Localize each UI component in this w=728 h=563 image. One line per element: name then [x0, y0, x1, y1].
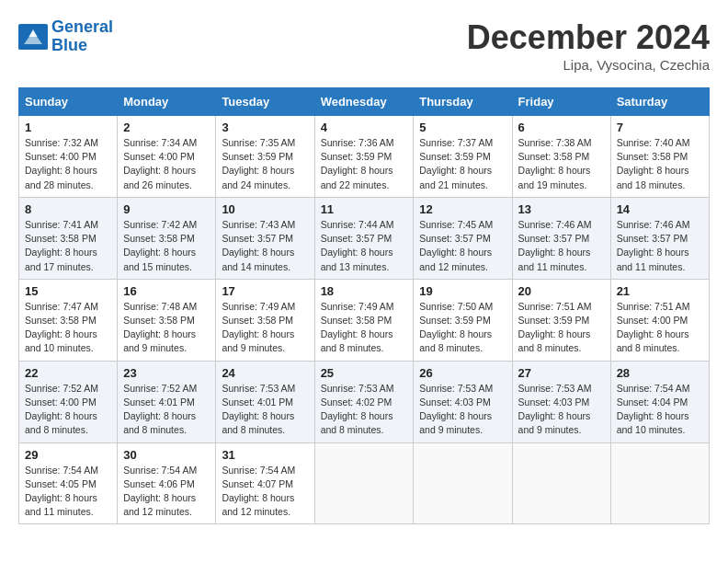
calendar-cell: 13Sunrise: 7:46 AM Sunset: 3:57 PM Dayli…: [512, 197, 610, 279]
col-header-monday: Monday: [118, 88, 216, 116]
day-number: 18: [321, 284, 408, 298]
day-number: 31: [222, 448, 308, 462]
day-info: Sunrise: 7:50 AM Sunset: 3:59 PM Dayligh…: [419, 300, 506, 356]
day-info: Sunrise: 7:36 AM Sunset: 3:59 PM Dayligh…: [321, 136, 408, 192]
day-number: 23: [123, 366, 210, 380]
day-info: Sunrise: 7:47 AM Sunset: 3:58 PM Dayligh…: [25, 300, 111, 356]
calendar-week-row: 1Sunrise: 7:32 AM Sunset: 4:00 PM Daylig…: [19, 116, 710, 198]
calendar-cell: 14Sunrise: 7:46 AM Sunset: 3:57 PM Dayli…: [610, 197, 709, 279]
logo-icon: [18, 24, 48, 50]
day-info: Sunrise: 7:41 AM Sunset: 3:58 PM Dayligh…: [25, 218, 111, 274]
page-header: General Blue December 2024 Lipa, Vysocin…: [18, 18, 710, 73]
col-header-wednesday: Wednesday: [314, 88, 414, 116]
day-info: Sunrise: 7:53 AM Sunset: 4:03 PM Dayligh…: [518, 382, 605, 438]
day-number: 5: [419, 121, 506, 134]
title-block: December 2024 Lipa, Vysocina, Czechia: [467, 18, 710, 73]
calendar-cell: 3Sunrise: 7:35 AM Sunset: 3:59 PM Daylig…: [216, 116, 314, 198]
day-number: 9: [123, 202, 210, 216]
calendar-header-row: SundayMondayTuesdayWednesdayThursdayFrid…: [19, 88, 710, 116]
day-number: 1: [25, 121, 111, 134]
calendar-cell: 18Sunrise: 7:49 AM Sunset: 3:58 PM Dayli…: [314, 279, 414, 361]
day-number: 12: [419, 202, 506, 216]
day-number: 29: [25, 448, 111, 462]
calendar-cell: 8Sunrise: 7:41 AM Sunset: 3:58 PM Daylig…: [19, 197, 118, 279]
calendar-cell: 27Sunrise: 7:53 AM Sunset: 4:03 PM Dayli…: [512, 361, 610, 442]
day-number: 16: [123, 284, 210, 298]
calendar-cell: 9Sunrise: 7:42 AM Sunset: 3:58 PM Daylig…: [118, 197, 216, 279]
col-header-thursday: Thursday: [414, 88, 512, 116]
calendar-week-row: 22Sunrise: 7:52 AM Sunset: 4:00 PM Dayli…: [19, 361, 710, 442]
day-info: Sunrise: 7:46 AM Sunset: 3:57 PM Dayligh…: [617, 218, 703, 274]
day-info: Sunrise: 7:52 AM Sunset: 4:00 PM Dayligh…: [25, 382, 111, 438]
calendar-cell: 26Sunrise: 7:53 AM Sunset: 4:03 PM Dayli…: [414, 361, 512, 442]
calendar-cell: 28Sunrise: 7:54 AM Sunset: 4:04 PM Dayli…: [610, 361, 709, 442]
calendar-cell: 10Sunrise: 7:43 AM Sunset: 3:57 PM Dayli…: [216, 197, 314, 279]
calendar-cell: 12Sunrise: 7:45 AM Sunset: 3:57 PM Dayli…: [414, 197, 512, 279]
calendar-cell: 31Sunrise: 7:54 AM Sunset: 4:07 PM Dayli…: [216, 442, 314, 524]
day-info: Sunrise: 7:53 AM Sunset: 4:03 PM Dayligh…: [419, 382, 506, 438]
calendar-cell: [314, 442, 414, 524]
calendar-cell: 17Sunrise: 7:49 AM Sunset: 3:58 PM Dayli…: [216, 279, 314, 361]
calendar-cell: 11Sunrise: 7:44 AM Sunset: 3:57 PM Dayli…: [314, 197, 414, 279]
day-number: 15: [25, 284, 111, 298]
day-info: Sunrise: 7:54 AM Sunset: 4:04 PM Dayligh…: [617, 382, 703, 438]
calendar-cell: 1Sunrise: 7:32 AM Sunset: 4:00 PM Daylig…: [19, 116, 118, 198]
day-number: 10: [222, 202, 308, 216]
col-header-sunday: Sunday: [19, 88, 118, 116]
calendar-cell: 7Sunrise: 7:40 AM Sunset: 3:58 PM Daylig…: [610, 116, 709, 198]
calendar-cell: [414, 442, 512, 524]
day-info: Sunrise: 7:53 AM Sunset: 4:01 PM Dayligh…: [222, 382, 308, 438]
calendar-cell: 30Sunrise: 7:54 AM Sunset: 4:06 PM Dayli…: [118, 442, 216, 524]
calendar-cell: 29Sunrise: 7:54 AM Sunset: 4:05 PM Dayli…: [19, 442, 118, 524]
day-number: 13: [518, 202, 605, 216]
day-info: Sunrise: 7:32 AM Sunset: 4:00 PM Dayligh…: [25, 136, 111, 192]
day-number: 3: [222, 121, 308, 134]
calendar-table: SundayMondayTuesdayWednesdayThursdayFrid…: [18, 87, 710, 524]
calendar-cell: 16Sunrise: 7:48 AM Sunset: 3:58 PM Dayli…: [118, 279, 216, 361]
day-number: 25: [321, 366, 408, 380]
logo-text: General Blue: [51, 18, 113, 55]
calendar-cell: 4Sunrise: 7:36 AM Sunset: 3:59 PM Daylig…: [314, 116, 414, 198]
calendar-cell: 20Sunrise: 7:51 AM Sunset: 3:59 PM Dayli…: [512, 279, 610, 361]
day-info: Sunrise: 7:40 AM Sunset: 3:58 PM Dayligh…: [617, 136, 703, 192]
day-info: Sunrise: 7:45 AM Sunset: 3:57 PM Dayligh…: [419, 218, 506, 274]
calendar-week-row: 29Sunrise: 7:54 AM Sunset: 4:05 PM Dayli…: [19, 442, 710, 524]
day-number: 11: [321, 202, 408, 216]
calendar-week-row: 15Sunrise: 7:47 AM Sunset: 3:58 PM Dayli…: [19, 279, 710, 361]
col-header-tuesday: Tuesday: [216, 88, 314, 116]
calendar-cell: 6Sunrise: 7:38 AM Sunset: 3:58 PM Daylig…: [512, 116, 610, 198]
col-header-friday: Friday: [512, 88, 610, 116]
logo: General Blue: [18, 18, 113, 55]
day-info: Sunrise: 7:52 AM Sunset: 4:01 PM Dayligh…: [123, 382, 210, 438]
day-number: 8: [25, 202, 111, 216]
calendar-week-row: 8Sunrise: 7:41 AM Sunset: 3:58 PM Daylig…: [19, 197, 710, 279]
calendar-cell: 5Sunrise: 7:37 AM Sunset: 3:59 PM Daylig…: [414, 116, 512, 198]
day-number: 14: [617, 202, 703, 216]
day-number: 27: [518, 366, 605, 380]
day-info: Sunrise: 7:54 AM Sunset: 4:05 PM Dayligh…: [25, 464, 111, 520]
day-info: Sunrise: 7:53 AM Sunset: 4:02 PM Dayligh…: [321, 382, 408, 438]
calendar-cell: 2Sunrise: 7:34 AM Sunset: 4:00 PM Daylig…: [118, 116, 216, 198]
calendar-cell: 21Sunrise: 7:51 AM Sunset: 4:00 PM Dayli…: [610, 279, 709, 361]
day-number: 30: [123, 448, 210, 462]
day-number: 6: [518, 121, 605, 134]
day-info: Sunrise: 7:51 AM Sunset: 4:00 PM Dayligh…: [617, 300, 703, 356]
calendar-cell: 23Sunrise: 7:52 AM Sunset: 4:01 PM Dayli…: [118, 361, 216, 442]
day-number: 19: [419, 284, 506, 298]
day-number: 21: [617, 284, 703, 298]
day-info: Sunrise: 7:42 AM Sunset: 3:58 PM Dayligh…: [123, 218, 210, 274]
day-number: 24: [222, 366, 308, 380]
day-number: 26: [419, 366, 506, 380]
day-info: Sunrise: 7:54 AM Sunset: 4:07 PM Dayligh…: [222, 464, 308, 520]
day-info: Sunrise: 7:48 AM Sunset: 3:58 PM Dayligh…: [123, 300, 210, 356]
day-info: Sunrise: 7:49 AM Sunset: 3:58 PM Dayligh…: [222, 300, 308, 356]
calendar-cell: 24Sunrise: 7:53 AM Sunset: 4:01 PM Dayli…: [216, 361, 314, 442]
day-number: 7: [617, 121, 703, 134]
day-number: 17: [222, 284, 308, 298]
calendar-cell: [512, 442, 610, 524]
calendar-cell: 19Sunrise: 7:50 AM Sunset: 3:59 PM Dayli…: [414, 279, 512, 361]
calendar-cell: 22Sunrise: 7:52 AM Sunset: 4:00 PM Dayli…: [19, 361, 118, 442]
day-info: Sunrise: 7:49 AM Sunset: 3:58 PM Dayligh…: [321, 300, 408, 356]
day-info: Sunrise: 7:51 AM Sunset: 3:59 PM Dayligh…: [518, 300, 605, 356]
day-info: Sunrise: 7:35 AM Sunset: 3:59 PM Dayligh…: [222, 136, 308, 192]
